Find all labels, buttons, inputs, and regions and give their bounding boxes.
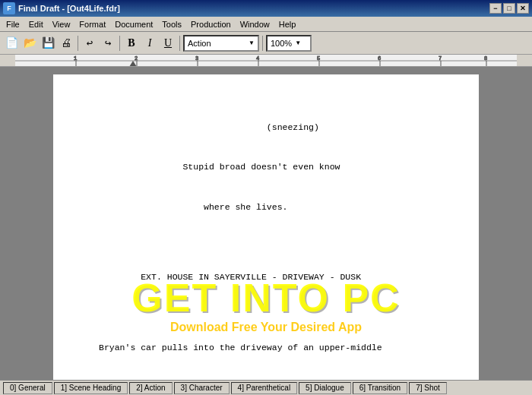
menu-format[interactable]: Format [74,18,110,30]
redo-button[interactable]: ↪ [100,35,116,52]
screenplay-content: (sneezing) Stupid broad doesn't even kno… [99,97,433,380]
zoom-value: 100% [271,39,292,48]
status-item-5[interactable]: 5] Dialogue [299,382,351,394]
toolbar-separator-1 [78,36,78,51]
open-button[interactable]: 📂 [21,35,38,52]
bold-button[interactable]: B [123,35,140,52]
title-bar: F Final Draft - [Out4Life.fdr] − □ ✕ [0,0,532,17]
status-bar: 0] General 1] Scene Heading 2] Action 3]… [0,380,532,395]
page-container[interactable]: (sneezing) Stupid broad doesn't even kno… [0,67,532,380]
title-bar-left: F Final Draft - [Out4Life.fdr] [3,2,120,14]
svg-text:5: 5 [317,55,320,62]
undo-button[interactable]: ↩ [81,35,98,52]
toolbar: 📄 📂 💾 🖨 ↩ ↪ B I U Action ▼ 100% ▼ [0,32,532,55]
close-button[interactable]: ✕ [517,3,529,14]
underline-button[interactable]: U [160,35,176,52]
menu-tools[interactable]: Tools [157,18,186,30]
ruler: 1 2 3 4 5 6 7 8 [0,55,532,67]
menu-edit[interactable]: Edit [24,18,48,30]
menu-view[interactable]: View [48,18,75,30]
maximize-button[interactable]: □ [503,3,515,14]
line-ext-house: EXT. HOUSE IN SAYERVILLE - DRIVEWAY - DU… [99,271,433,283]
italic-button[interactable]: I [141,35,158,52]
style-dropdown-value: Action [188,39,211,48]
status-item-4[interactable]: 4] Parenthetical [231,382,298,394]
svg-text:3: 3 [195,55,198,62]
blank-2 [99,311,433,318]
window-title: Final Draft - [Out4Life.fdr] [18,4,120,13]
svg-text:7: 7 [439,55,442,62]
new-button[interactable]: 📄 [3,35,20,52]
title-controls[interactable]: − □ ✕ [489,3,529,14]
line-where: where she lives. [99,201,433,213]
svg-text:4: 4 [256,55,259,62]
app-icon: F [3,2,15,14]
save-button[interactable]: 💾 [40,35,56,52]
status-item-7[interactable]: 7] Shot [409,382,447,394]
print-button[interactable]: 🖨 [58,35,74,52]
status-item-1[interactable]: 1] Scene Heading [54,382,128,394]
status-item-2[interactable]: 2] Action [129,382,172,394]
menu-document[interactable]: Document [110,18,157,30]
line-bryans-car: Bryan's car pulls into the driveway of a… [99,342,433,354]
chevron-down-icon: ▼ [249,40,255,46]
document-page: (sneezing) Stupid broad doesn't even kno… [53,74,479,380]
menu-bar: File Edit View Format Document Tools Pro… [0,17,532,32]
style-dropdown[interactable]: Action ▼ [183,35,259,52]
svg-text:8: 8 [484,55,487,62]
zoom-arrow-icon: ▼ [295,40,301,46]
content-area: (sneezing) Stupid broad doesn't even kno… [0,67,532,380]
menu-file[interactable]: File [2,18,24,30]
status-item-3[interactable]: 3] Character [174,382,230,394]
svg-text:6: 6 [378,55,381,62]
svg-text:2: 2 [135,55,138,62]
toolbar-separator-3 [179,36,180,51]
status-item-6[interactable]: 6] Transition [353,382,407,394]
line-sneezing: (sneezing) [99,122,433,134]
svg-text:1: 1 [74,55,77,62]
line-stupid: Stupid broad doesn't even know [99,161,433,173]
blank-1 [99,241,433,247]
menu-production[interactable]: Production [186,18,236,30]
menu-window[interactable]: Window [236,18,274,30]
toolbar-separator-4 [262,36,263,51]
minimize-button[interactable]: − [489,3,502,14]
status-item-0[interactable]: 0] General [3,382,52,394]
toolbar-separator-2 [119,36,120,51]
zoom-dropdown[interactable]: 100% ▼ [266,35,312,52]
menu-help[interactable]: Help [274,18,301,30]
